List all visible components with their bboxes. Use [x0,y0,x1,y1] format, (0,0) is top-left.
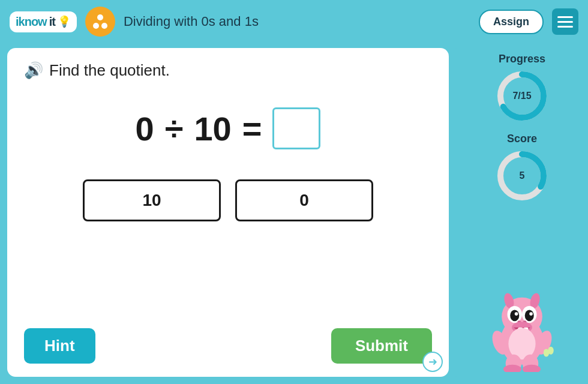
equals: = [242,109,262,148]
question-panel: 🔊 Find the quotient. 0 ÷ 10 = 10 0 Hint … [7,48,449,377]
progress-donut: 7/15 [495,69,549,123]
nav-right-button[interactable]: ➜ [422,352,443,372]
header: iknow it 💡 Dividing with 0s and 1s Assig… [0,0,588,43]
choice-button-10[interactable]: 10 [83,179,221,221]
dot-right [101,23,107,29]
score-section: Score 5 [495,133,549,203]
math-expression: 0 ÷ 10 = [24,107,432,149]
main-area: 🔊 Find the quotient. 0 ÷ 10 = 10 0 Hint … [0,43,588,384]
choice-button-0[interactable]: 0 [235,179,373,221]
mascot-character [483,276,561,372]
hamburger-menu-button[interactable] [552,8,578,35]
sound-icon[interactable]: 🔊 [24,61,43,80]
operand1: 0 [136,109,154,148]
hamburger-line [557,21,573,23]
logo-bulb-icon: 💡 [58,15,71,28]
instruction-text: Find the quotient. [49,61,170,80]
arrow-right-icon: ➜ [428,355,437,368]
right-panel: Progress 7/15 Score 5 [463,48,581,377]
logo: iknow it 💡 [10,11,77,32]
operand2: 10 [194,109,231,148]
svg-point-11 [525,310,534,321]
question-instruction: 🔊 Find the quotient. [24,61,432,80]
logo-text: iknow [16,15,47,29]
score-label: Score [507,133,537,145]
svg-point-12 [515,312,518,316]
progress-section: Progress 7/15 [495,53,549,123]
hint-button[interactable]: Hint [24,328,95,364]
topic-icon [85,7,115,37]
mascot-area [483,276,561,372]
panel-divider [455,48,457,377]
submit-button[interactable]: Submit [331,328,432,364]
bottom-buttons: Hint Submit [24,316,432,364]
hamburger-line [557,16,573,18]
progress-label: Progress [499,53,545,65]
dot-left [93,23,99,29]
hamburger-line [557,26,573,28]
topic-title: Dividing with 0s and 1s [124,14,470,29]
svg-point-10 [510,310,519,321]
answer-box [272,107,320,149]
score-value: 5 [520,170,525,181]
svg-point-13 [529,312,533,316]
dot-top [97,14,103,20]
progress-value: 7/15 [512,91,531,101]
score-donut: 5 [495,149,549,203]
operator: ÷ [165,109,184,148]
answer-choices: 10 0 [24,179,432,221]
assign-button[interactable]: Assign [479,10,544,34]
svg-point-27 [548,347,553,355]
logo-suffix: it [49,15,55,29]
